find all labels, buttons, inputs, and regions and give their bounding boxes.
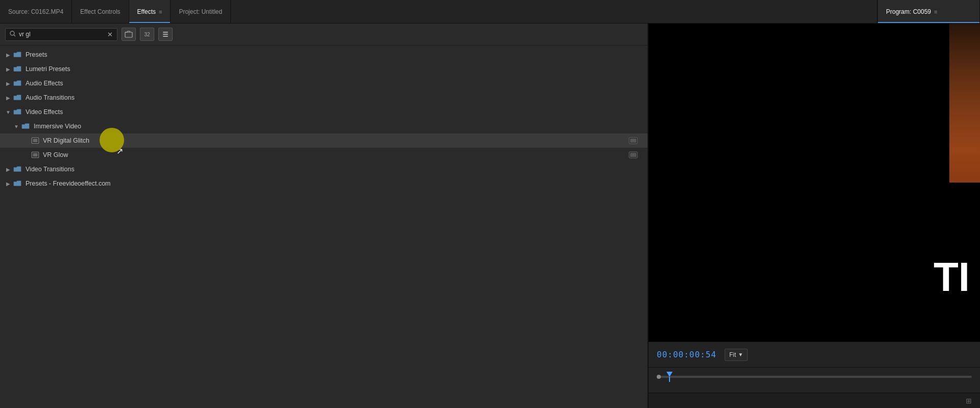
expand-icon: ▶ [4, 52, 12, 58]
list-item[interactable]: ▶ Video Transitions [0, 162, 648, 176]
scrubber-line [669, 377, 670, 382]
tab-effects-menu-icon[interactable]: ≡ [159, 9, 162, 15]
expand-icon: ▶ [4, 167, 12, 172]
scrubber-marker [666, 372, 673, 377]
clear-search-button[interactable]: ✕ [107, 31, 113, 38]
search-bar: ✕ 32 [0, 24, 648, 46]
svg-rect-5 [163, 36, 168, 37]
list-item[interactable]: ▶ Audio Effects [0, 76, 648, 90]
folder-icon [12, 108, 22, 116]
preview-overlay [649, 24, 980, 151]
tab-source-label: Source: C0162.MP4 [8, 8, 63, 15]
tab-source[interactable]: Source: C0162.MP4 [0, 0, 72, 23]
folder-icon [12, 65, 22, 73]
item-label: Immersive Video [34, 123, 643, 130]
folder-icon [12, 165, 22, 173]
effects-panel: ✕ 32 ▶ [0, 24, 649, 408]
search-input[interactable] [19, 31, 104, 38]
badge-button[interactable]: 32 [140, 28, 154, 41]
tab-project-label: Project: Untitled [179, 8, 222, 15]
fit-label: Fit [729, 351, 736, 358]
svg-point-0 [10, 31, 14, 35]
effects-tree-list[interactable]: ▶ Presets ▶ Lumetri Presets [0, 46, 648, 408]
folder-icon [20, 122, 31, 130]
list-view-button[interactable] [158, 28, 173, 41]
tab-program-label: Program: C0059 [886, 8, 931, 15]
right-panel: TI 00:00:00:54 Fit ▼ ⊞ [649, 24, 980, 408]
folder-icon [12, 79, 22, 87]
scrubber-bar[interactable] [657, 376, 972, 378]
list-item[interactable]: ▶ Presets [0, 48, 648, 62]
list-item[interactable]: ▶ Lumetri Presets [0, 62, 648, 76]
timeline-controls: 00:00:00:54 Fit ▼ [649, 342, 980, 367]
expand-icon: ▶ [4, 66, 12, 72]
effect-badge [627, 136, 639, 145]
svg-rect-2 [125, 32, 132, 37]
folder-icon [12, 179, 22, 188]
svg-line-1 [14, 35, 15, 36]
list-item[interactable]: ▼ Immersive Video [0, 119, 648, 133]
tab-effect-controls[interactable]: Effect Controls [72, 0, 129, 23]
tab-project[interactable]: Project: Untitled [171, 0, 231, 23]
list-item[interactable]: VR Glow [0, 148, 648, 162]
item-label: Lumetri Presets [26, 65, 643, 73]
bottom-icon: ⊞ [966, 397, 972, 405]
search-wrapper[interactable]: ✕ [5, 28, 117, 41]
svg-rect-11 [33, 153, 38, 157]
expand-icon: ▼ [4, 109, 12, 115]
svg-rect-9 [630, 139, 636, 143]
right-panel-tabs: Program: C0059 ≡ [877, 0, 980, 23]
tab-program-menu-icon[interactable]: ≡ [934, 9, 937, 15]
item-label: Audio Transitions [26, 94, 643, 101]
tab-effects[interactable]: Effects ≡ [129, 0, 171, 23]
svg-rect-4 [163, 34, 168, 35]
list-item[interactable]: VR Digital Glitch [0, 133, 648, 148]
expand-icon: ▶ [4, 181, 12, 187]
bottom-bar: ⊞ [649, 393, 980, 408]
item-label: Video Effects [26, 108, 643, 116]
svg-rect-7 [33, 139, 38, 143]
dropdown-arrow-icon: ▼ [738, 352, 743, 357]
expand-icon: ▶ [4, 81, 12, 86]
effect-badge [627, 150, 639, 160]
expand-icon: ▼ [12, 124, 20, 129]
effect-icon [31, 151, 40, 159]
item-label: VR Digital Glitch [43, 137, 627, 144]
fit-dropdown[interactable]: Fit ▼ [725, 349, 748, 361]
badge-label: 32 [144, 32, 150, 37]
effect-icon [31, 137, 40, 145]
scrubber-area [649, 367, 980, 393]
folder-icon [12, 94, 22, 102]
item-label: Presets - Freevideoeffect.com [26, 180, 643, 187]
tab-effects-label: Effects [137, 8, 156, 15]
list-item[interactable]: ▼ Video Effects [0, 105, 648, 119]
expand-icon: ▶ [4, 95, 12, 101]
tab-effect-controls-label: Effect Controls [80, 8, 120, 15]
preview-area: TI [649, 24, 980, 342]
list-item[interactable]: ▶ Audio Transitions [0, 90, 648, 105]
scrubber-handle[interactable] [666, 372, 673, 382]
item-label: Presets [26, 51, 643, 58]
main-layout: ✕ 32 ▶ [0, 24, 980, 408]
tab-program[interactable]: Program: C0059 ≡ [878, 0, 980, 23]
tab-bar: Source: C0162.MP4 Effect Controls Effect… [0, 0, 980, 24]
item-label: Video Transitions [26, 166, 643, 173]
list-item[interactable]: ▶ Presets - Freevideoeffect.com [0, 176, 648, 191]
preview-text: TI [934, 254, 970, 301]
item-label: Audio Effects [26, 80, 643, 87]
search-icon [10, 31, 16, 38]
svg-rect-13 [630, 153, 636, 157]
timecode-display: 00:00:00:54 [657, 350, 716, 359]
item-label: VR Glow [43, 151, 627, 158]
svg-rect-3 [163, 32, 168, 33]
new-folder-button[interactable] [122, 28, 136, 41]
folder-icon [12, 51, 22, 59]
scrubber-dot [657, 375, 661, 379]
